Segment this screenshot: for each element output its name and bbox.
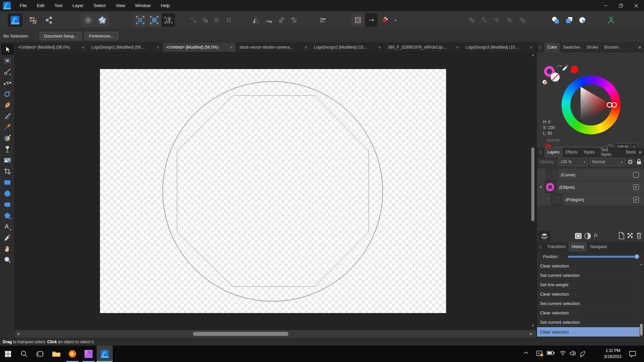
layer-row-ellipse[interactable]: ▼ (Ellipse) ✓ (537, 181, 644, 193)
scroll-down-icon[interactable]: ▼ (640, 334, 643, 337)
tool-rounded-rectangle[interactable] (0, 199, 15, 210)
document-setup-button[interactable]: Document Setup... (40, 32, 82, 40)
layer-visibility-checkbox[interactable]: ✓ (633, 197, 639, 202)
insert-behind-button[interactable] (549, 13, 562, 27)
panel-grip-icon[interactable]: || (537, 245, 544, 249)
disclosure-triangle-icon[interactable]: ▼ (539, 185, 542, 189)
tool-colour-picker[interactable] (0, 232, 15, 243)
tab-close-icon[interactable]: × (305, 45, 307, 50)
insert-inside-button[interactable] (576, 13, 589, 27)
layer-visibility-checkbox[interactable]: ✓ (633, 184, 639, 190)
rotate-ccw-button[interactable] (275, 13, 287, 27)
panel-grip-icon[interactable]: || (537, 45, 544, 49)
scroll-up-icon[interactable]: ▲ (640, 262, 643, 266)
tool-place-image[interactable] (0, 155, 15, 166)
restore-button[interactable] (613, 0, 629, 11)
tool-polygon[interactable] (0, 210, 15, 221)
layer-row-curve[interactable]: (Curve) (537, 169, 644, 181)
horizontal-scrollbar[interactable]: ◀ ▶ (15, 330, 536, 338)
artboard[interactable] (100, 69, 446, 313)
tool-vector-crop[interactable] (0, 166, 15, 177)
firefox-button[interactable] (64, 346, 80, 362)
tab-close-icon[interactable]: × (82, 45, 85, 50)
canvas-viewport[interactable]: ▲ ▼ ◀ ▶ (15, 52, 536, 338)
tool-vector-brush[interactable] (0, 121, 15, 132)
flip-horizontal-button[interactable] (250, 13, 262, 27)
document-tab[interactable]: LogoDesign1 [Modified] (56....× (88, 43, 163, 52)
tab-styles[interactable]: Styles (581, 147, 598, 157)
tool-view[interactable] (0, 243, 15, 254)
history-item[interactable]: Clear selection (537, 290, 640, 299)
flower-slash-toggle-button[interactable] (96, 13, 109, 27)
layer-stack-button[interactable] (538, 231, 550, 241)
sat-selector-icon[interactable] (612, 103, 616, 107)
history-item[interactable]: Set current selection (537, 318, 640, 327)
wifi-icon[interactable] (559, 350, 566, 356)
tab-color[interactable]: Color (544, 43, 560, 52)
tool-transparency[interactable] (0, 143, 15, 155)
tab-close-icon[interactable]: × (378, 45, 381, 50)
minimize-button[interactable] (598, 0, 613, 11)
tool-node[interactable] (0, 77, 15, 88)
tool-move[interactable] (0, 44, 15, 55)
tray-chevron-up-icon[interactable] (523, 350, 529, 356)
tab-brushes[interactable]: Brushes (601, 43, 622, 52)
designer-persona-button[interactable] (8, 13, 22, 27)
panel-grip-icon[interactable]: || (537, 150, 544, 154)
snapping-options-dropdown[interactable]: ▾ (392, 13, 399, 27)
scroll-down-icon[interactable]: ▼ (531, 324, 535, 327)
history-scrollbar-thumb[interactable] (640, 324, 643, 335)
tab-stock[interactable]: Stock (623, 147, 639, 157)
history-item-selected[interactable]: Clear selection (537, 327, 640, 337)
gear-icon[interactable] (627, 159, 634, 165)
layer-effects-fx-icon[interactable]: fx (594, 232, 598, 238)
history-item[interactable]: Clear selection (537, 261, 640, 271)
tab-close-icon[interactable]: × (530, 45, 532, 50)
flower-arrow-toggle-button[interactable] (82, 13, 95, 27)
affinity-designer-button[interactable] (97, 346, 113, 362)
flip-vertical-button[interactable] (263, 13, 275, 27)
pen-icon[interactable] (580, 350, 586, 357)
tab-swatches[interactable]: Swatches (560, 43, 583, 52)
task-view-button[interactable] (32, 346, 48, 362)
tool-zoom[interactable] (0, 254, 15, 265)
position-slider-track[interactable] (568, 256, 639, 258)
vertical-scrollbar[interactable]: ▲ ▼ (530, 52, 535, 329)
tab-close-icon[interactable]: × (456, 45, 459, 50)
mask-layer-icon[interactable] (575, 232, 582, 240)
tab-close-icon[interactable]: × (230, 45, 232, 50)
panel-menu-icon[interactable]: ≡ (639, 150, 644, 155)
history-item[interactable]: Clear selection (537, 308, 640, 318)
rotate-cw-button[interactable] (288, 13, 300, 27)
menu-text[interactable]: Text (49, 0, 67, 11)
lock-icon[interactable] (636, 158, 642, 165)
menu-window[interactable]: Window (130, 0, 156, 11)
tool-ellipse[interactable] (0, 188, 15, 199)
scroll-left-icon[interactable]: ◀ (17, 332, 19, 336)
tab-close-icon[interactable]: × (157, 45, 159, 50)
tab-transform[interactable]: Transform (544, 242, 569, 252)
preferences-button[interactable]: Preferences... (85, 32, 118, 40)
horizontal-scrollbar-thumb[interactable] (193, 332, 288, 336)
tool-pen[interactable] (0, 99, 15, 110)
position-slider-thumb[interactable] (634, 254, 639, 259)
alignment-button[interactable] (317, 13, 330, 27)
menu-layer[interactable]: Layer (67, 0, 89, 11)
action-center-icon[interactable] (629, 350, 637, 358)
close-button[interactable] (629, 0, 644, 11)
picked-color-swatch[interactable] (571, 66, 578, 73)
tool-fill[interactable] (0, 132, 15, 143)
account-button[interactable] (604, 13, 618, 27)
snap-grid-button[interactable] (133, 13, 147, 27)
move-whole-pixels-button[interactable] (365, 13, 378, 27)
history-item[interactable]: Set line weight (537, 280, 640, 290)
insert-on-top-button[interactable] (562, 13, 575, 27)
snapping-magnet-button[interactable] (378, 13, 391, 27)
speaker-icon[interactable] (570, 350, 576, 356)
scroll-up-icon[interactable]: ▲ (531, 53, 535, 57)
new-pixel-layer-icon[interactable] (627, 232, 634, 239)
vertical-scrollbar-thumb[interactable] (531, 147, 534, 221)
document-tab[interactable]: 360_F_328961976_n6PcKCqs...× (384, 43, 462, 52)
polygon-shape[interactable] (177, 96, 369, 287)
tool-point-transform[interactable] (0, 66, 15, 77)
